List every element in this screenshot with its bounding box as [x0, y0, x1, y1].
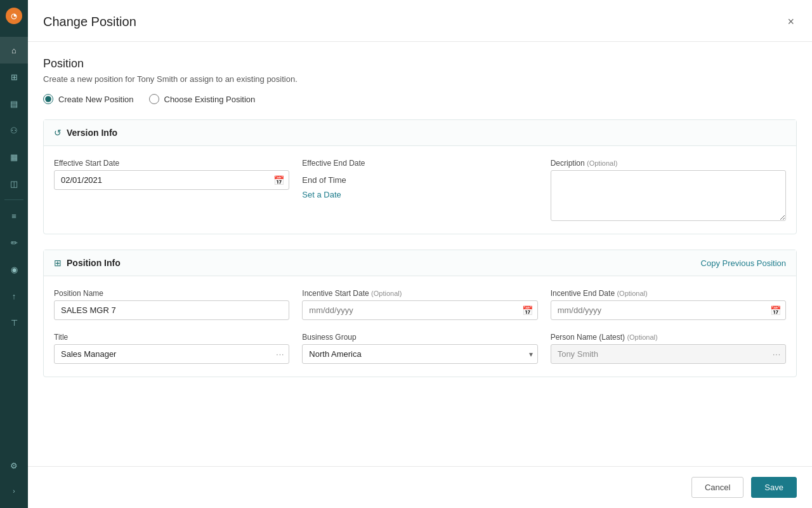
- business-group-select[interactable]: North America South America Europe Asia …: [302, 344, 537, 364]
- incentive-start-field: Incentive Start Date (Optional) 📅: [302, 289, 537, 320]
- title-dots-icon[interactable]: ···: [276, 350, 284, 359]
- position-name-field: Position Name: [54, 289, 289, 320]
- incentive-start-label: Incentive Start Date (Optional): [302, 289, 537, 298]
- sidebar-item-layers[interactable]: ◫: [0, 170, 28, 197]
- cancel-button[interactable]: Cancel: [691, 477, 743, 498]
- person-name-input[interactable]: [551, 344, 786, 364]
- version-info-body: Effective Start Date 📅 Effective End Dat…: [44, 146, 796, 234]
- radio-create-input[interactable]: [43, 94, 53, 104]
- sidebar-item-people[interactable]: ⚇: [0, 117, 28, 144]
- sidebar-item-edit[interactable]: ✏: [0, 229, 28, 256]
- incentive-end-field: Incentive End Date (Optional) 📅: [551, 289, 786, 320]
- business-group-select-wrap: North America South America Europe Asia …: [302, 344, 537, 364]
- title-input-wrap: ···: [54, 344, 289, 364]
- effective-start-date-input-wrap: 📅: [54, 170, 289, 190]
- radio-create-label[interactable]: Create New Position: [43, 94, 134, 104]
- incentive-start-input[interactable]: [302, 300, 537, 320]
- end-of-time-text: End of Time: [302, 170, 537, 185]
- set-date-link[interactable]: Set a Date: [302, 190, 537, 199]
- position-info-body: Position Name Incentive Start Date (Opti…: [44, 276, 796, 377]
- title-input[interactable]: [54, 344, 289, 364]
- radio-existing-text: Choose Existing Position: [164, 95, 256, 104]
- version-info-card: ↺ Version Info Effective Start Date: [43, 119, 797, 234]
- sidebar-item-calendar[interactable]: ▦: [0, 144, 28, 170]
- incentive-start-input-wrap: 📅: [302, 300, 537, 320]
- description-label: Decription (Optional): [551, 159, 786, 168]
- modal-body: Position Create a new position for Tony …: [28, 42, 812, 466]
- version-info-row-1: Effective Start Date 📅 Effective End Dat…: [54, 159, 786, 221]
- version-info-title: Version Info: [67, 128, 117, 138]
- sidebar-expand-button[interactable]: ›: [0, 481, 28, 500]
- incentive-end-optional: (Optional): [617, 290, 647, 297]
- modal-header: Change Position ×: [28, 32, 812, 42]
- position-section-title: Position: [43, 57, 797, 70]
- description-optional: (Optional): [587, 159, 617, 167]
- version-info-icon: ↺: [54, 128, 62, 138]
- effective-end-date-label: Effective End Date: [302, 159, 537, 168]
- incentive-end-input-wrap: 📅: [551, 300, 786, 320]
- position-info-card: ⊞ Position Info Copy Previous Position P…: [43, 250, 797, 377]
- business-group-field: Business Group North America South Ameri…: [302, 333, 537, 364]
- copy-position-wrap: Copy Previous Position: [701, 258, 786, 268]
- main-content: Profiles › Tony Smith Position ↺ Version…: [28, 0, 812, 508]
- sidebar-item-home[interactable]: ⌂: [0, 37, 28, 64]
- effective-start-date-field: Effective Start Date 📅: [54, 159, 289, 221]
- copy-previous-position-link[interactable]: Copy Previous Position: [701, 258, 786, 268]
- position-section-desc: Create a new position for Tony Smith or …: [43, 74, 797, 84]
- sidebar-item-node[interactable]: ◉: [0, 256, 28, 283]
- position-info-row-2: Title ··· Business Group: [54, 333, 786, 364]
- sidebar-nav: ⌂ ⊞ ▤ ⚇ ▦ ◫ ≡ ✏ ◉ ↑ ⊤: [0, 37, 28, 336]
- title-field: Title ···: [54, 333, 289, 364]
- save-button[interactable]: Save: [751, 477, 797, 498]
- version-info-header: ↺ Version Info: [44, 120, 796, 146]
- radio-existing-label[interactable]: Choose Existing Position: [149, 94, 256, 104]
- title-label: Title: [54, 333, 289, 342]
- sidebar-item-table[interactable]: ▤: [0, 90, 28, 117]
- effective-start-date-input[interactable]: [54, 170, 289, 190]
- incentive-end-label: Incentive End Date (Optional): [551, 289, 786, 298]
- change-position-modal: Change Position × Position Create a new …: [28, 32, 812, 508]
- effective-end-date-field: Effective End Date End of Time Set a Dat…: [302, 159, 537, 221]
- modal-overlay: Change Position × Position Create a new …: [28, 32, 812, 508]
- description-field: Decription (Optional): [551, 159, 786, 221]
- page-background: Position ↺ Version Info Effective Start …: [28, 32, 812, 508]
- radio-create-text: Create New Position: [58, 95, 134, 104]
- person-name-dots-icon[interactable]: ···: [773, 350, 781, 359]
- description-textarea[interactable]: [551, 170, 786, 221]
- position-info-icon: ⊞: [54, 258, 62, 268]
- radio-existing-input[interactable]: [149, 94, 159, 104]
- sidebar-item-list[interactable]: ≡: [0, 203, 28, 229]
- position-info-title: Position Info: [67, 258, 121, 268]
- sidebar-item-filter[interactable]: ⊤: [0, 309, 28, 336]
- position-name-input[interactable]: [54, 300, 289, 320]
- business-group-label: Business Group: [302, 333, 537, 342]
- sidebar-bottom: ⚙ ›: [0, 452, 28, 500]
- sidebar-divider: [4, 199, 23, 200]
- sidebar: ◔ ⌂ ⊞ ▤ ⚇ ▦ ◫ ≡ ✏ ◉ ↑ ⊤ ⚙ ›: [0, 0, 28, 508]
- sidebar-item-dashboard[interactable]: ⊞: [0, 64, 28, 90]
- modal-footer: Cancel Save: [28, 466, 812, 508]
- person-name-input-wrap: ···: [551, 344, 786, 364]
- logo-icon: ◔: [6, 8, 22, 24]
- position-info-header: ⊞ Position Info Copy Previous Position: [44, 250, 796, 276]
- person-name-label: Person Name (Latest) (Optional): [551, 333, 786, 342]
- effective-start-date-label: Effective Start Date: [54, 159, 289, 168]
- position-name-label: Position Name: [54, 289, 289, 298]
- sidebar-item-upload[interactable]: ↑: [0, 283, 28, 309]
- incentive-start-optional: (Optional): [371, 290, 402, 297]
- person-name-field: Person Name (Latest) (Optional) ···: [551, 333, 786, 364]
- app-logo: ◔: [0, 0, 28, 32]
- position-info-row-1: Position Name Incentive Start Date (Opti…: [54, 289, 786, 320]
- incentive-end-input[interactable]: [551, 300, 786, 320]
- radio-group: Create New Position Choose Existing Posi…: [43, 94, 797, 104]
- person-name-optional: (Optional): [627, 333, 657, 341]
- sidebar-item-settings[interactable]: ⚙: [0, 452, 28, 479]
